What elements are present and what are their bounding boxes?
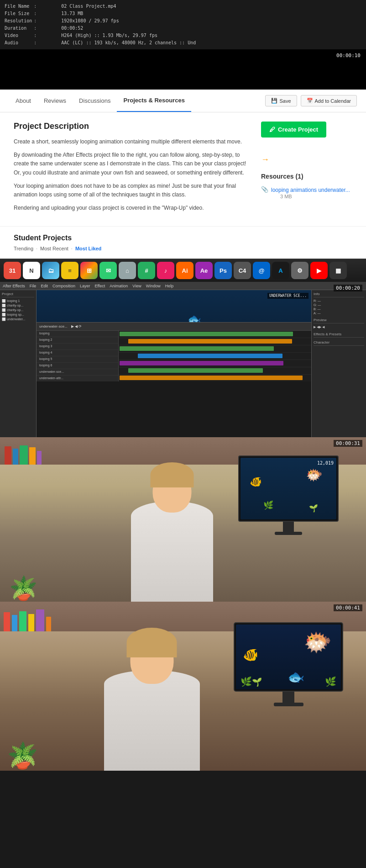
video-timer-4: 00:00:41: [334, 604, 362, 611]
create-project-button[interactable]: 🖊 Create Project: [261, 122, 326, 138]
ae-menu-composition[interactable]: Composition: [52, 284, 75, 288]
add-to-calendar-button[interactable]: 📅 Add to Calendar: [301, 95, 357, 106]
dock-item-pref1[interactable]: ⚙: [291, 262, 308, 279]
instructor-2-body: [88, 620, 216, 771]
ae-info-r: R: —: [314, 299, 364, 303]
video-thumbnail-1[interactable]: 00:00:10: [0, 49, 366, 90]
video-colon: :: [34, 32, 61, 39]
ae-menubar[interactable]: After Effects File Edit Composition Laye…: [0, 282, 366, 290]
ae-project-label: Project: [2, 292, 34, 297]
project-description-3: Your looping animation does not have to …: [14, 182, 247, 199]
filename-label: File Name: [5, 3, 34, 10]
monitor-body: 🐡 🐠 🌿 🌱 12,019: [238, 455, 339, 522]
dock-item-aftereffects[interactable]: Ae: [195, 262, 213, 279]
filename-value: 02 Class Project.mp4: [61, 3, 198, 10]
video-aftereffects[interactable]: After Effects File Edit Composition Laye…: [0, 282, 366, 437]
resolution-value: 1920x1080 / 29.97 fps: [61, 17, 198, 25]
audio-colon: :: [34, 39, 61, 47]
ae-menu-view[interactable]: View: [132, 284, 141, 288]
dock-item-photoshop[interactable]: Ps: [214, 262, 232, 279]
save-label: Save: [279, 98, 291, 104]
dock-item-illustrator[interactable]: Ai: [176, 262, 193, 279]
dock-item-notion[interactable]: N: [23, 262, 40, 279]
timeline-label-col: looping looping 2 looping 3 looping 4 lo…: [37, 331, 119, 381]
monitor-2-display: 🐡 🐠 🐟 🌿 🌱 🌿: [236, 625, 341, 689]
ae-menu-window[interactable]: Window: [146, 284, 161, 288]
track-7: [119, 376, 311, 381]
ae-menu-appname[interactable]: After Effects: [3, 284, 25, 288]
ae-info-a: A: —: [314, 311, 364, 315]
save-button[interactable]: 💾 Save: [265, 95, 297, 106]
ae-effects-panel-label: Effects & Presets: [314, 332, 364, 338]
ae-timeline: underwater-sce... ▶ ◀ ⟳ looping looping …: [37, 322, 311, 381]
video-timer-3: 00:00:31: [334, 440, 362, 447]
book2-2: [12, 615, 17, 631]
navigation-tabs: About Reviews Discussions Projects & Res…: [0, 90, 366, 112]
filesize-colon: :: [34, 10, 61, 17]
instructor-2-face: [130, 636, 173, 684]
ae-project-row-3: ⬜ charity-sp...: [2, 308, 34, 312]
ae-project-row-4: ⬜ looping sp...: [2, 312, 34, 317]
student-projects-section: Student Projects Trending · Most Recent …: [0, 226, 366, 259]
ae-menu-layer[interactable]: Layer: [80, 284, 90, 288]
instructor-face: [153, 469, 192, 513]
ae-menu-animation[interactable]: Animation: [110, 284, 128, 288]
screen2-plant-1: 🌿: [241, 676, 252, 687]
resolution-colon: :: [34, 17, 61, 25]
tab-discussions[interactable]: Discussions: [73, 90, 117, 111]
ae-menu-help[interactable]: Help: [165, 284, 174, 288]
dock-item-notes[interactable]: ≡: [61, 262, 78, 279]
layer-label-6: looping 6: [37, 363, 118, 369]
tab-projects[interactable]: Projects & Resources: [117, 90, 191, 112]
attachment-icon: 📎: [261, 186, 268, 193]
video-timer-2: 00:00:20: [334, 285, 362, 291]
monitor: 🐡 🐠 🌿 🌱 12,019: [238, 455, 339, 535]
audio-value: AAC (LC) :: 193 kb/s, 48000 Hz, 2 channe…: [61, 39, 198, 47]
dock-item-home[interactable]: ⌂: [119, 262, 136, 279]
book-5: [37, 451, 42, 465]
dock-item-gallery[interactable]: ▦: [329, 262, 347, 279]
instructor-scene-2: 🐡 🐠 🐟 🌿 🌱 🌿 🪴: [0, 602, 366, 771]
dock-item-itunes[interactable]: ♪: [157, 262, 174, 279]
filter-most-liked[interactable]: Most Liked: [75, 246, 101, 251]
filesize-value: 13.73 MB: [61, 10, 198, 17]
instructor-2-hair: [126, 628, 177, 657]
layer-label-3: looping 3: [37, 344, 118, 350]
video-instructor-2[interactable]: 🐡 🐠 🐟 🌿 🌱 🌿 🪴 00:00:41: [0, 602, 366, 771]
underwater-title-text: UNDERWATER SCE...: [267, 293, 308, 299]
resource-link[interactable]: looping animations underwater...: [271, 187, 350, 193]
ae-workspace: Project ⬜ looping 1 ⬜ charity-sp... ⬜ ch…: [0, 290, 366, 437]
ae-menu-edit[interactable]: Edit: [41, 284, 48, 288]
book-1: [5, 446, 11, 465]
dock-item-finder[interactable]: 🗂: [42, 262, 59, 279]
monitor-stand: [283, 522, 294, 532]
dock-item-store[interactable]: A: [272, 262, 289, 279]
dock-item-cinema4d[interactable]: C4: [234, 262, 251, 279]
tab-about[interactable]: About: [9, 90, 37, 111]
filter-trending[interactable]: Trending: [14, 246, 33, 251]
ae-menu-file[interactable]: File: [30, 284, 37, 288]
monitor-base: [275, 532, 302, 535]
dock-item-calendar[interactable]: 31: [4, 262, 21, 279]
dock-item-photos[interactable]: ⊞: [80, 262, 98, 279]
screen-fish-2: 🐠: [250, 476, 262, 488]
dock-item-numbers[interactable]: #: [138, 262, 155, 279]
dock-item-yt[interactable]: ▶: [310, 262, 328, 279]
track-6: [119, 368, 311, 375]
duration-value: 00:00:52: [61, 25, 198, 32]
layer-label-7: underwater-sce...: [37, 369, 118, 376]
dock: 31N🗂≡⊞✉⌂#♪AiAePsC4@A⚙▶▦: [0, 259, 366, 282]
dock-item-messages[interactable]: ✉: [99, 262, 117, 279]
dock-item-thunderbird[interactable]: @: [253, 262, 270, 279]
tab-reviews[interactable]: Reviews: [37, 90, 73, 111]
track-2: [119, 339, 311, 345]
video-instructor-1[interactable]: 🐡 🐠 🌿 🌱 12,019 🪴 00:00:31: [0, 437, 366, 602]
ae-preview-panel-label: Preview: [314, 318, 364, 323]
screen2-fish-3: 🐟: [288, 669, 304, 685]
monitor-2-base: [274, 703, 303, 706]
ae-menu-effect[interactable]: Effect: [94, 284, 105, 288]
filter-most-recent[interactable]: Most Recent: [40, 246, 68, 251]
content-body: Project Description Create a short, seam…: [0, 112, 366, 226]
main-content: About Reviews Discussions Projects & Res…: [0, 90, 366, 259]
project-description-4: Rendering and uploading your class proje…: [14, 204, 247, 212]
